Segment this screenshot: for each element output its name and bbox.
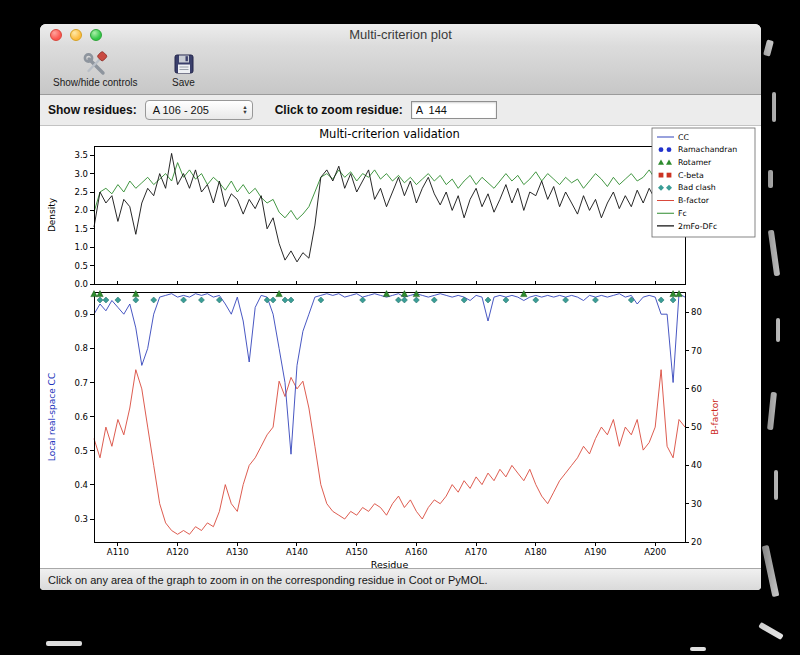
residue-range-select[interactable]: A 106 - 205 ▲▼ — [145, 100, 253, 120]
x-tick-label: A170 — [465, 547, 487, 557]
y-tick-label: 0.6 — [74, 412, 88, 422]
screen-artifact — [46, 641, 82, 646]
x-tick-label: A120 — [167, 547, 189, 557]
y-tick-label: 0.0 — [74, 279, 88, 289]
cc-axis-label: Local real-space CC — [47, 373, 57, 461]
bad-clash-marker — [282, 297, 288, 303]
y-tick-label: 50 — [691, 422, 702, 432]
bad-clash-marker — [431, 297, 437, 303]
screen-artifact — [763, 39, 774, 56]
save-button[interactable]: Save — [169, 49, 199, 89]
y-tick-label: 3.5 — [74, 150, 88, 160]
minimize-button[interactable] — [70, 29, 82, 41]
screen-artifact — [768, 230, 780, 276]
bad-clash-marker — [181, 297, 187, 303]
legend-square-symbol — [667, 173, 672, 178]
b-factor-line — [94, 370, 685, 535]
show-hide-controls-button[interactable]: Show/hide controls — [50, 49, 141, 89]
screen-artifact — [690, 647, 706, 651]
top-plot-frame — [94, 146, 685, 284]
zoom-window-button[interactable] — [90, 29, 102, 41]
x-tick-label: A200 — [644, 547, 666, 557]
b-factor-axis-label: B-factor — [710, 399, 720, 435]
legend-label: B-factor — [678, 196, 710, 205]
y-tick-label: 80 — [691, 307, 702, 317]
y-tick-label: 0.4 — [74, 480, 88, 490]
bad-clash-marker — [533, 297, 539, 303]
show-hide-controls-label: Show/hide controls — [53, 77, 138, 88]
x-tick-label: A130 — [226, 547, 248, 557]
bottom-plot-frame — [94, 292, 685, 542]
y-tick-label: 1.0 — [74, 242, 88, 252]
legend-circle-symbol — [659, 147, 664, 152]
chart-title: Multi-criterion validation — [319, 127, 460, 141]
legend-label: Bad clash — [678, 183, 716, 192]
bad-clash-marker — [395, 297, 401, 303]
y-tick-label: 3.0 — [74, 169, 88, 179]
y-tick-label: 30 — [691, 499, 702, 509]
zoom-residue-input[interactable] — [411, 101, 497, 119]
bad-clash-marker — [270, 297, 276, 303]
x-tick-label: A140 — [286, 547, 308, 557]
status-bar: Click on any area of the graph to zoom i… — [40, 568, 761, 590]
two-mfo-dfc-line — [94, 153, 685, 262]
toolbar: Show/hide controls Save — [40, 46, 761, 95]
y-tick-label: 2.5 — [74, 187, 88, 197]
y-tick-label: 40 — [691, 460, 702, 470]
bad-clash-marker — [670, 297, 676, 303]
bad-clash-marker — [318, 297, 324, 303]
close-button[interactable] — [50, 29, 62, 41]
bad-clash-marker — [133, 297, 139, 303]
bad-clash-marker — [115, 297, 121, 303]
x-tick-label: A160 — [405, 547, 427, 557]
bad-clash-marker — [97, 297, 103, 303]
screen-artifact — [774, 470, 778, 500]
combo-stepper-icon: ▲▼ — [238, 105, 251, 115]
window-titlebar[interactable]: Multi-criterion plot — [40, 24, 761, 46]
x-tick-label: A180 — [525, 547, 547, 557]
density-axis-label: Density — [47, 197, 57, 232]
legend-label: 2mFo-DFc — [678, 222, 717, 231]
traffic-lights — [50, 29, 102, 41]
bad-clash-marker — [592, 297, 598, 303]
zoom-residue-label: Click to zoom residue: — [275, 103, 403, 117]
bad-clash-marker — [198, 297, 204, 303]
window-title: Multi-criterion plot — [40, 24, 761, 46]
y-tick-label: 60 — [691, 384, 702, 394]
y-tick-label: 0.9 — [74, 309, 88, 319]
show-residues-label: Show residues: — [48, 103, 137, 117]
bad-clash-marker — [151, 297, 157, 303]
y-tick-label: 0.5 — [74, 261, 88, 271]
x-tick-label: A110 — [107, 547, 129, 557]
y-tick-label: 0.8 — [74, 343, 88, 353]
bad-clash-marker — [413, 297, 419, 303]
screen-artifact — [768, 170, 773, 188]
y-tick-label: 0.3 — [74, 514, 88, 524]
legend-label: C-beta — [678, 171, 704, 180]
controls-bar: Show residues: A 106 - 205 ▲▼ Click to z… — [40, 95, 761, 126]
screen-artifact — [772, 92, 776, 122]
residue-range-value: A 106 - 205 — [153, 104, 239, 116]
screen-artifact — [758, 622, 784, 640]
x-tick-label: A150 — [346, 547, 368, 557]
legend-label: Fc — [678, 209, 687, 218]
y-tick-label: 2.0 — [74, 205, 88, 215]
legend-square-symbol — [659, 173, 664, 178]
cc-line — [94, 294, 685, 455]
multi-criterion-chart[interactable]: 0.00.51.01.52.02.53.03.50.30.40.50.60.70… — [40, 126, 759, 568]
y-tick-label: 1.5 — [74, 224, 88, 234]
y-tick-label: 0.7 — [74, 378, 88, 388]
plot-area[interactable]: 0.00.51.01.52.02.53.03.50.30.40.50.60.70… — [40, 126, 761, 568]
legend-label: Ramachandran — [678, 145, 737, 154]
bad-clash-marker — [503, 297, 509, 303]
x-tick-label: A190 — [584, 547, 606, 557]
x-axis-label: Residue — [371, 559, 409, 568]
legend-label: CC — [678, 133, 689, 142]
multi-criterion-plot-window: Multi-criterion plot Show/hide controls — [40, 24, 761, 590]
bad-clash-marker — [563, 297, 569, 303]
y-tick-label: 20 — [691, 537, 702, 547]
bad-clash-marker — [360, 297, 366, 303]
status-text: Click on any area of the graph to zoom i… — [48, 574, 488, 586]
bad-clash-marker — [103, 297, 109, 303]
bad-clash-marker — [288, 297, 294, 303]
